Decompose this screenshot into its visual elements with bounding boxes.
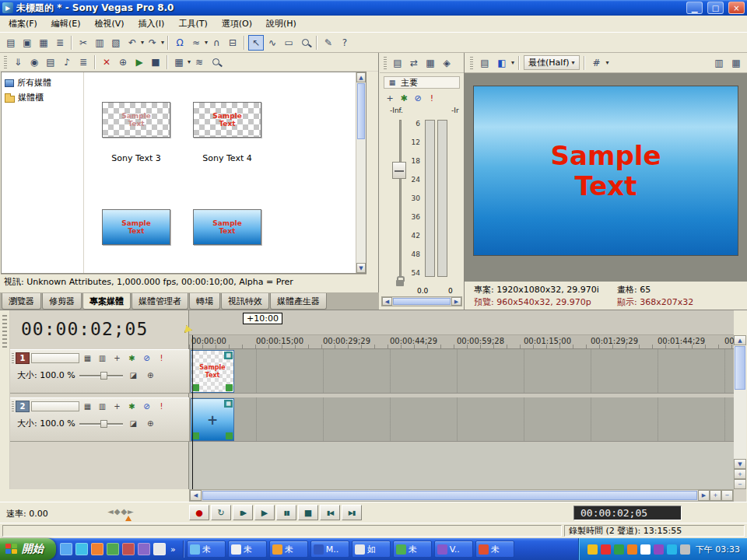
edit-cursor[interactable]: [192, 335, 193, 489]
make-compositing-child-icon[interactable]: ⊕: [144, 418, 157, 429]
lock-envelopes-icon[interactable]: ∩: [209, 35, 224, 51]
bypass-motion-blur-icon[interactable]: ▦: [81, 352, 94, 364]
scrollbar-thumb[interactable]: [357, 83, 365, 139]
compositing-mode-icon[interactable]: ◪: [127, 369, 140, 381]
remove-media-icon[interactable]: ✕: [99, 54, 114, 70]
taskbar-clock[interactable]: 下午 03:33: [696, 544, 740, 555]
bus-fx-icon[interactable]: ✱: [398, 92, 410, 104]
envelope-edit-tool-icon[interactable]: ∿: [265, 35, 280, 51]
tray-icon-3[interactable]: [614, 544, 624, 555]
quick-launch-icon-7[interactable]: [153, 543, 166, 555]
start-preview-icon[interactable]: ▶: [132, 54, 147, 70]
loop-playback-button[interactable]: ↻: [211, 505, 231, 520]
zoom-edit-tool-icon[interactable]: [297, 35, 313, 51]
timeline-horizontal-scrollbar[interactable]: ◀ ▶ + −: [189, 489, 734, 502]
cursor-timecode-display[interactable]: 00:00:02;05: [21, 319, 148, 339]
master-bus-header[interactable]: ▦ 主要: [384, 76, 460, 89]
tab-media-manager[interactable]: 媒體管理者: [132, 293, 188, 310]
taskbar-button-3[interactable]: 未: [269, 541, 308, 558]
preview-quality-dropdown[interactable]: 最佳(Half) ▾: [524, 55, 580, 70]
media-caption[interactable]: Sony Text 3: [102, 153, 170, 163]
start-button[interactable]: 開始: [0, 538, 56, 560]
normal-edit-tool-icon[interactable]: ↖: [248, 35, 264, 51]
rate-indicator-icon[interactable]: [125, 516, 132, 521]
media-properties-icon[interactable]: ≣: [75, 54, 91, 70]
minimize-button[interactable]: ▁: [686, 2, 703, 14]
scrollbar-track[interactable]: [734, 390, 746, 459]
tree-item-media-bins[interactable]: 媒體櫃: [3, 90, 82, 105]
quick-launch-icon-6[interactable]: [138, 543, 150, 555]
go-to-end-button[interactable]: ▶▮: [342, 505, 362, 520]
mixer-options-icon[interactable]: ◈: [439, 55, 454, 71]
capture-video-icon[interactable]: ◉: [26, 54, 42, 70]
tray-icon-4[interactable]: [627, 544, 637, 555]
properties-icon[interactable]: ≣: [52, 35, 68, 51]
go-to-start-button[interactable]: ▮◀: [320, 505, 340, 520]
time-ruler[interactable]: 00:00:00 00:00:15;00 00:00:29;29 00:00:4…: [189, 335, 734, 349]
stop-button[interactable]: ■: [298, 505, 318, 520]
copy-icon[interactable]: ▥: [92, 35, 107, 51]
search-media-icon[interactable]: [208, 54, 223, 70]
quick-launch-icon-3[interactable]: [91, 543, 103, 555]
tab-trimmer[interactable]: 修剪器: [42, 293, 82, 310]
scrollbar-thumb[interactable]: [202, 491, 697, 500]
restore-button[interactable]: □: [707, 2, 724, 14]
generated-media-icon[interactable]: ▦: [224, 352, 233, 359]
zoom-out-vertical-icon[interactable]: −: [734, 479, 746, 489]
menu-insert[interactable]: 插入(I): [132, 16, 172, 32]
pause-button[interactable]: ▮▮: [276, 505, 296, 520]
event-fx-icon[interactable]: [192, 432, 199, 439]
menu-file[interactable]: 檔案(F): [2, 16, 44, 32]
scroll-up-icon[interactable]: ▲: [734, 335, 746, 345]
undo-icon[interactable]: ↶: [124, 35, 140, 51]
track-name-field[interactable]: [31, 401, 79, 411]
get-photo-icon[interactable]: ▤: [43, 54, 58, 70]
redo-dropdown-icon[interactable]: ▾: [161, 39, 164, 46]
track-motion-icon[interactable]: ▥: [96, 352, 109, 364]
media-generators-icon[interactable]: ≋: [191, 54, 207, 70]
slider-thumb[interactable]: [100, 420, 107, 428]
taskbar-button-1[interactable]: 未: [187, 541, 226, 558]
video-preview-frame[interactable]: Sample Text: [473, 86, 738, 256]
tray-icon-1[interactable]: [587, 544, 598, 555]
track-grip[interactable]: [12, 401, 14, 412]
tray-icon-6[interactable]: [654, 544, 664, 555]
toolbar-grip[interactable]: [4, 56, 7, 68]
taskbar-button-4[interactable]: M..: [310, 541, 349, 558]
menu-edit[interactable]: 編輯(E): [44, 16, 88, 32]
track-grip[interactable]: [12, 353, 14, 364]
timeline-empty-area[interactable]: [189, 443, 734, 489]
tray-icon-5[interactable]: [640, 544, 651, 555]
tray-icon-2[interactable]: [601, 544, 611, 555]
zoom-out-time-icon[interactable]: −: [721, 490, 733, 501]
zoom-in-vertical-icon[interactable]: +: [734, 469, 746, 479]
script-icon[interactable]: ✎: [321, 35, 336, 51]
new-project-icon[interactable]: ▤: [3, 35, 19, 51]
track-level-slider[interactable]: [79, 420, 123, 428]
project-video-properties-icon[interactable]: ▤: [477, 55, 493, 71]
generated-media-icon[interactable]: ▦: [224, 400, 233, 408]
scroll-right-icon[interactable]: ▶: [698, 490, 710, 501]
tree-item-all-media[interactable]: 所有媒體: [3, 75, 82, 90]
track-name-field[interactable]: [31, 353, 79, 363]
track-lane-2[interactable]: [189, 397, 734, 442]
media-item-1[interactable]: Sample Text: [102, 102, 170, 138]
timeline-event-text-media[interactable]: Sample Text ▦: [191, 350, 234, 393]
fader-lock-icon[interactable]: [396, 280, 404, 286]
taskbar-button-2[interactable]: 未: [228, 541, 267, 558]
track-fx-icon[interactable]: +: [110, 401, 124, 412]
track-lane-1[interactable]: [189, 349, 734, 394]
taskbar-button-5[interactable]: 如: [352, 541, 391, 558]
scroll-left-icon[interactable]: ◀: [382, 297, 392, 306]
bus-insert-fx-icon[interactable]: +: [384, 92, 396, 104]
mixer-views-icon[interactable]: ▦: [423, 55, 438, 71]
scroll-right-icon[interactable]: ▶: [451, 297, 461, 306]
taskbar-button-8[interactable]: 未: [475, 541, 514, 558]
views-dropdown-icon[interactable]: ▾: [188, 58, 191, 65]
scroll-down-icon[interactable]: ▼: [356, 263, 366, 273]
quick-launch-icon-5[interactable]: [122, 543, 135, 555]
new-bin-icon[interactable]: ⊕: [115, 54, 131, 70]
menu-view[interactable]: 檢視(V): [87, 16, 131, 32]
close-button[interactable]: ×: [728, 2, 745, 14]
quick-launch-icon-4[interactable]: [107, 543, 119, 555]
